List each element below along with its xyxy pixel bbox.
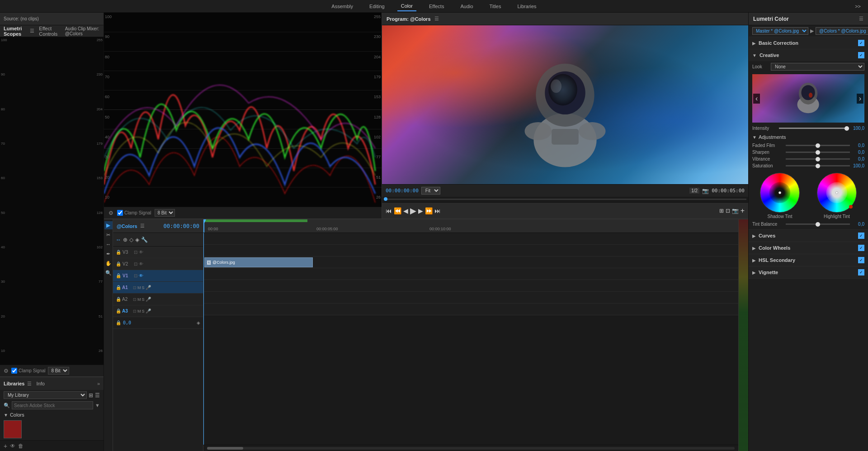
- preview-scrub-head[interactable]: [384, 197, 387, 201]
- tl-menu[interactable]: ☰: [140, 223, 145, 229]
- nav-editing[interactable]: Editing: [366, 2, 388, 11]
- vibrance-value[interactable]: 0,0: [852, 157, 864, 161]
- tl-a3-m[interactable]: M: [137, 309, 141, 313]
- search-input[interactable]: [12, 401, 93, 409]
- shadow-tint-wheel[interactable]: [760, 173, 800, 213]
- colors-collapse-icon[interactable]: ▼: [4, 413, 8, 418]
- sharpen-thumb[interactable]: [816, 150, 820, 155]
- tl-a2-s[interactable]: S: [142, 297, 145, 302]
- intensity-thumb[interactable]: [844, 126, 849, 131]
- preview-menu-icon[interactable]: ☰: [434, 16, 439, 22]
- nav-titles[interactable]: Titles: [486, 2, 505, 11]
- vignette-checkbox[interactable]: ✓: [858, 269, 864, 275]
- clip-preset-select[interactable]: @Colors * @Colors.jpg: [816, 27, 868, 35]
- tl-zoom-handle-left[interactable]: [207, 447, 243, 450]
- tl-btn-settings[interactable]: ◈: [135, 237, 139, 243]
- btn-play-stop[interactable]: ▶: [410, 206, 416, 216]
- add-library-btn[interactable]: +: [4, 442, 7, 450]
- grid-view-icon[interactable]: ⊞: [89, 392, 93, 399]
- tl-a1-content[interactable]: [203, 268, 738, 280]
- faded-film-slider[interactable]: [786, 145, 850, 146]
- btn-export-frame[interactable]: 📷: [732, 208, 739, 214]
- tl-btn-markers[interactable]: ◇: [129, 237, 133, 243]
- tab-effect-controls[interactable]: Effect Controls: [39, 26, 60, 37]
- bit-select[interactable]: 8 Bit: [155, 209, 175, 217]
- tl-v3-content[interactable]: [203, 233, 738, 245]
- tl-bottom-lock-icon[interactable]: 🔒: [116, 320, 121, 325]
- tl-v3-eye[interactable]: 👁: [139, 250, 143, 255]
- basic-correction-checkbox[interactable]: ✓: [858, 40, 864, 46]
- look-select[interactable]: None: [771, 63, 864, 71]
- tl-a3-sync[interactable]: ⊡: [133, 309, 137, 313]
- nav-more[interactable]: >>: [855, 4, 861, 9]
- btn-insert[interactable]: ⊞: [719, 208, 724, 214]
- search-filter-icon[interactable]: ▼: [95, 403, 100, 408]
- preset-arrow[interactable]: ▶: [810, 28, 814, 34]
- tl-v3-sync[interactable]: ⊡: [134, 250, 137, 255]
- tint-balance-value[interactable]: 0,0: [852, 222, 864, 227]
- tl-a1-s[interactable]: S: [142, 285, 145, 290]
- saturation-value[interactable]: 100,0: [852, 163, 864, 168]
- tl-v2-lock[interactable]: 🔒: [116, 261, 121, 266]
- btn-to-out[interactable]: ⏭: [434, 207, 441, 214]
- libraries-menu[interactable]: ☰: [27, 381, 32, 387]
- nav-effects[interactable]: Effects: [425, 2, 448, 11]
- trash-icon[interactable]: 🗑: [18, 443, 24, 449]
- tl-btn-snap[interactable]: ⊕: [123, 237, 127, 243]
- tl-btn-wrench[interactable]: 🔧: [141, 237, 148, 243]
- tl-v1-lock[interactable]: 🔒: [116, 273, 121, 278]
- tl-a1-lock[interactable]: 🔒: [116, 285, 121, 290]
- tl-v1-sync[interactable]: ⊡: [134, 273, 137, 278]
- scope-settings-btn[interactable]: ⚙: [4, 368, 9, 374]
- look-next-btn[interactable]: ›: [857, 94, 863, 104]
- tab-audio-mixer[interactable]: Audio Clip Mixer: @Colors: [65, 26, 100, 36]
- look-prev-btn[interactable]: ‹: [753, 94, 760, 104]
- btn-overwrite[interactable]: ⊡: [726, 208, 730, 214]
- scopes-menu-icon[interactable]: ☰: [30, 28, 34, 34]
- tl-a3-mic[interactable]: 🎤: [146, 309, 151, 313]
- library-select[interactable]: My Library: [4, 391, 87, 399]
- tl-v2-content[interactable]: [203, 245, 738, 256]
- preview-timecode-in[interactable]: 00:00:00:00: [386, 188, 419, 194]
- tool-ripple[interactable]: ↔: [104, 240, 113, 248]
- curves-header[interactable]: ▶ Curves ✓: [749, 230, 868, 242]
- tl-volume-value[interactable]: 0,0: [123, 320, 131, 325]
- tl-v2-sync[interactable]: ⊡: [134, 261, 137, 266]
- nav-color[interactable]: Color: [397, 1, 416, 11]
- fit-select[interactable]: Fit: [421, 187, 440, 195]
- faded-film-thumb[interactable]: [816, 143, 820, 148]
- libraries-expand[interactable]: »: [97, 381, 100, 386]
- list-view-icon[interactable]: ☰: [95, 392, 100, 399]
- vignette-header[interactable]: ▶ Vignette ✓: [749, 266, 868, 278]
- curves-checkbox[interactable]: ✓: [858, 233, 864, 239]
- tl-v1-content[interactable]: 🖼 @Colors.jpg: [203, 256, 738, 268]
- tl-a2-m[interactable]: M: [137, 297, 141, 302]
- faded-film-value[interactable]: 0,0: [852, 143, 864, 148]
- lumetri-menu[interactable]: ☰: [859, 16, 863, 22]
- intensity-slider-track[interactable]: [779, 128, 849, 129]
- basic-correction-header[interactable]: ▶ Basic Correction ✓: [749, 37, 868, 49]
- video-clip[interactable]: 🖼 @Colors.jpg: [204, 257, 313, 267]
- bit-depth-select[interactable]: 8 Bit: [48, 367, 69, 375]
- tl-a2-mic[interactable]: 🎤: [146, 297, 151, 302]
- tl-btn-ripple[interactable]: ↔: [116, 237, 121, 243]
- vibrance-slider[interactable]: [786, 158, 850, 160]
- tool-hand[interactable]: ✋: [104, 259, 113, 267]
- tl-v3-lock[interactable]: 🔒: [116, 250, 121, 255]
- tl-zoom-track[interactable]: [207, 447, 735, 450]
- tl-v1-eye[interactable]: 👁: [139, 273, 143, 278]
- btn-to-in[interactable]: ⏮: [386, 207, 392, 214]
- tint-balance-slider[interactable]: [786, 223, 850, 225]
- tool-select[interactable]: ▶: [104, 221, 113, 229]
- color-wheels-header[interactable]: ▶ Color Wheels ✓: [749, 242, 868, 254]
- clamp-checkbox[interactable]: [117, 210, 123, 216]
- intensity-value[interactable]: 100,0: [851, 126, 864, 131]
- tab-libraries[interactable]: Libraries: [4, 381, 24, 386]
- sharpen-slider[interactable]: [786, 152, 850, 153]
- creative-checkbox[interactable]: ✓: [858, 52, 864, 58]
- eye-icon[interactable]: 👁: [10, 443, 15, 449]
- tl-a3-lock[interactable]: 🔒: [116, 309, 121, 313]
- tool-zoom-tl[interactable]: 🔍: [104, 269, 113, 277]
- vibrance-thumb[interactable]: [816, 157, 820, 161]
- hsl-checkbox[interactable]: ✓: [858, 257, 864, 263]
